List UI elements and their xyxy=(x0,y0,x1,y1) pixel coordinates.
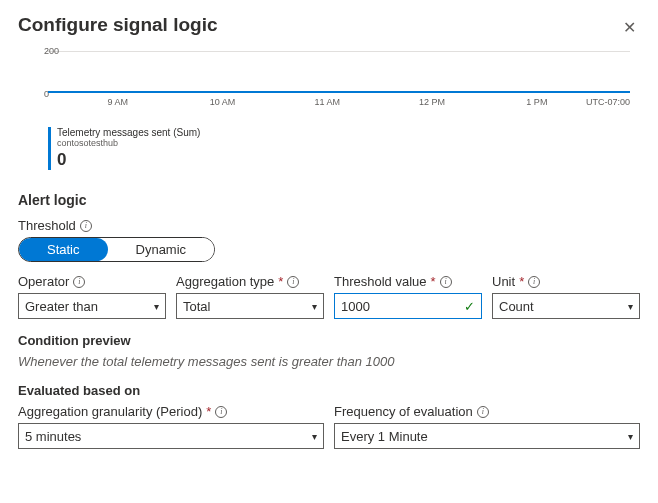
threshold-dynamic-pill[interactable]: Dynamic xyxy=(108,238,215,261)
chevron-down-icon: ▾ xyxy=(312,431,317,442)
timezone-label: UTC-07:00 xyxy=(586,97,630,107)
panel-title: Configure signal logic xyxy=(18,14,218,36)
chevron-down-icon: ▾ xyxy=(628,301,633,312)
x-tick: 12 PM xyxy=(419,97,445,107)
frequency-label: Frequency of evaluation i xyxy=(334,404,640,419)
check-icon: ✓ xyxy=(464,299,475,314)
info-icon[interactable]: i xyxy=(287,276,299,288)
condition-preview-text: Whenever the total telemetry messages se… xyxy=(18,354,640,369)
chart-series-line xyxy=(48,91,630,93)
chart-legend: Telemetry messages sent (Sum) contosotes… xyxy=(48,127,630,170)
close-icon[interactable]: ✕ xyxy=(619,14,640,41)
legend-resource: contosotesthub xyxy=(57,138,630,148)
chevron-down-icon: ▾ xyxy=(628,431,633,442)
chevron-down-icon: ▾ xyxy=(154,301,159,312)
granularity-select[interactable]: 5 minutes ▾ xyxy=(18,423,324,449)
threshold-label: Threshold i xyxy=(18,218,640,233)
threshold-value-input[interactable]: 1000 ✓ xyxy=(334,293,482,319)
operator-label: Operator i xyxy=(18,274,166,289)
aggregation-type-select[interactable]: Total ▾ xyxy=(176,293,324,319)
info-icon[interactable]: i xyxy=(528,276,540,288)
chevron-down-icon: ▾ xyxy=(312,301,317,312)
metric-chart: 200 0 9 AM 10 AM 11 AM 12 PM 1 PM UTC-07… xyxy=(28,51,630,170)
threshold-static-pill[interactable]: Static xyxy=(19,238,108,261)
granularity-label: Aggregation granularity (Period) * i xyxy=(18,404,324,419)
x-tick: 1 PM xyxy=(526,97,547,107)
unit-select[interactable]: Count ▾ xyxy=(492,293,640,319)
unit-label: Unit * i xyxy=(492,274,640,289)
x-tick: 11 AM xyxy=(315,97,341,107)
info-icon[interactable]: i xyxy=(440,276,452,288)
evaluated-heading: Evaluated based on xyxy=(18,383,640,398)
legend-series-name: Telemetry messages sent (Sum) xyxy=(57,127,630,138)
x-tick: 9 AM xyxy=(108,97,129,107)
legend-value: 0 xyxy=(57,150,630,170)
threshold-mode-toggle: Static Dynamic xyxy=(18,237,215,262)
info-icon[interactable]: i xyxy=(73,276,85,288)
info-icon[interactable]: i xyxy=(215,406,227,418)
condition-preview-heading: Condition preview xyxy=(18,333,640,348)
panel-header: Configure signal logic ✕ xyxy=(18,14,640,41)
info-icon[interactable]: i xyxy=(80,220,92,232)
frequency-select[interactable]: Every 1 Minute ▾ xyxy=(334,423,640,449)
threshold-value-label: Threshold value * i xyxy=(334,274,482,289)
aggregation-type-label: Aggregation type * i xyxy=(176,274,324,289)
configure-signal-panel: Configure signal logic ✕ 200 0 9 AM 10 A… xyxy=(0,0,658,503)
info-icon[interactable]: i xyxy=(477,406,489,418)
x-tick: 10 AM xyxy=(210,97,236,107)
alert-logic-heading: Alert logic xyxy=(18,192,640,208)
operator-select[interactable]: Greater than ▾ xyxy=(18,293,166,319)
y-tick: 200 xyxy=(44,46,63,56)
